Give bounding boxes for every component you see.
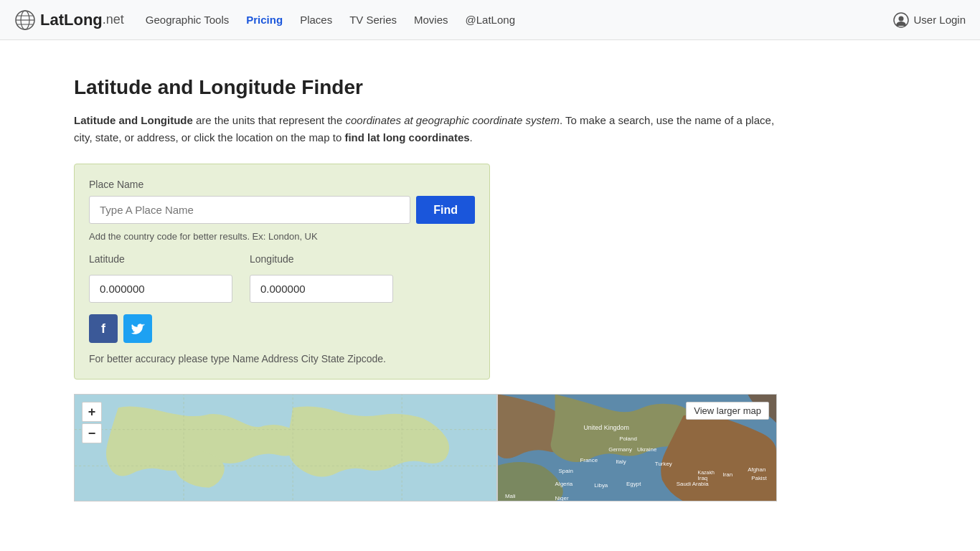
nav-pricing[interactable]: Pricing bbox=[246, 14, 283, 26]
hint-text: Add the country code for better results.… bbox=[89, 231, 475, 242]
nav-tv-series[interactable]: TV Series bbox=[349, 14, 397, 26]
map-left-svg bbox=[75, 395, 496, 501]
latitude-input[interactable] bbox=[89, 275, 232, 303]
svg-text:Ukraine: Ukraine bbox=[637, 446, 657, 453]
svg-text:Iran: Iran bbox=[722, 471, 732, 478]
view-larger-button[interactable]: View larger map bbox=[686, 402, 769, 420]
user-login[interactable]: User Login bbox=[893, 12, 966, 28]
user-login-label: User Login bbox=[913, 14, 966, 26]
svg-text:Germany: Germany bbox=[608, 446, 632, 453]
svg-text:Italy: Italy bbox=[616, 458, 626, 465]
place-name-label: Place Name bbox=[89, 179, 475, 190]
svg-text:Afghan: Afghan bbox=[748, 466, 765, 473]
search-box: Place Name Find Add the country code for… bbox=[74, 164, 490, 380]
coord-row: Latitude Longitude bbox=[89, 253, 475, 303]
place-name-input[interactable] bbox=[89, 196, 410, 224]
description-end: . bbox=[470, 131, 473, 143]
description-bold-intro: Latitude and Longitude bbox=[74, 114, 193, 126]
description-italic: coordinates at geographic coordinate sys… bbox=[345, 114, 560, 126]
svg-text:Libya: Libya bbox=[594, 482, 608, 489]
social-row: f bbox=[89, 314, 475, 343]
latitude-label: Latitude bbox=[89, 253, 232, 265]
svg-point-6 bbox=[899, 16, 904, 21]
facebook-icon: f bbox=[101, 321, 105, 336]
nav-geographic-tools[interactable]: Geographic Tools bbox=[146, 14, 229, 26]
svg-text:United Kingdom: United Kingdom bbox=[583, 424, 629, 431]
page-title: Latitude and Longitude Finder bbox=[74, 76, 906, 99]
nav-places[interactable]: Places bbox=[300, 14, 332, 26]
user-icon bbox=[893, 12, 909, 28]
svg-text:Kazakh: Kazakh bbox=[698, 470, 715, 475]
nav: Geographic Tools Pricing Places TV Serie… bbox=[146, 14, 515, 26]
longitude-group: Longitude bbox=[250, 253, 393, 303]
logo-text: LatLong bbox=[40, 11, 103, 29]
description-bold-end: find lat long coordinates bbox=[344, 131, 469, 143]
zoom-out-button[interactable]: − bbox=[82, 423, 102, 443]
svg-text:France: France bbox=[580, 457, 598, 463]
svg-text:Saudi Arabia: Saudi Arabia bbox=[677, 481, 710, 487]
nav-right: User Login bbox=[893, 12, 966, 28]
map-right[interactable]: View larger map United Kingdom Poland Ge… bbox=[497, 394, 777, 501]
svg-text:Niger: Niger bbox=[555, 495, 569, 501]
search-row: Find bbox=[89, 196, 475, 224]
logo-icon bbox=[14, 9, 36, 31]
svg-text:Algeria: Algeria bbox=[555, 481, 573, 487]
find-button[interactable]: Find bbox=[416, 196, 475, 224]
accuracy-text: For better accuracy please type Name Add… bbox=[89, 353, 475, 364]
map-section: + − View larger map bbox=[74, 394, 777, 501]
svg-text:Mali: Mali bbox=[505, 493, 516, 499]
svg-text:Pakist: Pakist bbox=[751, 475, 767, 481]
map-left[interactable]: + − bbox=[74, 394, 497, 501]
logo-suffix: .net bbox=[103, 12, 124, 27]
longitude-label: Longitude bbox=[250, 253, 393, 265]
svg-text:Egypt: Egypt bbox=[626, 481, 641, 487]
latitude-group: Latitude bbox=[89, 253, 232, 303]
nav-atlatlong[interactable]: @LatLong bbox=[466, 14, 515, 26]
map-controls: + − bbox=[82, 402, 102, 443]
longitude-input[interactable] bbox=[250, 275, 393, 303]
svg-text:Poland: Poland bbox=[619, 435, 637, 442]
svg-text:Spain: Spain bbox=[559, 468, 573, 474]
nav-movies[interactable]: Movies bbox=[414, 14, 448, 26]
twitter-button[interactable] bbox=[123, 314, 152, 343]
logo[interactable]: LatLong.net bbox=[14, 9, 124, 31]
facebook-button[interactable]: f bbox=[89, 314, 118, 343]
header: LatLong.net Geographic Tools Pricing Pla… bbox=[0, 0, 980, 40]
twitter-icon bbox=[131, 321, 145, 336]
main-content: Latitude and Longitude Finder Latitude a… bbox=[60, 40, 920, 516]
description-text1: are the units that represent the bbox=[193, 114, 346, 126]
description: Latitude and Longitude are the units tha… bbox=[74, 112, 777, 146]
svg-text:Turkey: Turkey bbox=[655, 461, 672, 467]
zoom-in-button[interactable]: + bbox=[82, 402, 102, 422]
